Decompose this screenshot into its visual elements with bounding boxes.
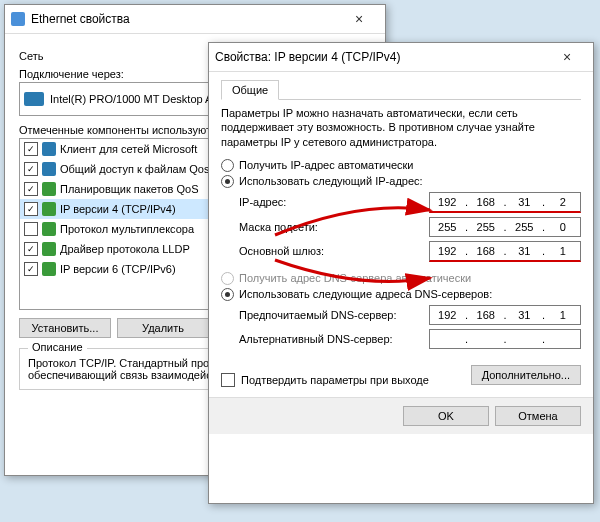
radio-label: Получить адрес DNS-сервера автоматически	[239, 272, 471, 284]
titlebar[interactable]: Ethernet свойства ×	[5, 5, 385, 34]
radio-icon	[221, 272, 234, 285]
titlebar[interactable]: Свойства: IP версии 4 (TCP/IPv4) ×	[209, 43, 593, 72]
component-icon	[42, 222, 56, 236]
radio-icon	[221, 159, 234, 172]
tabs: Общие	[221, 80, 581, 100]
component-label: IP версии 6 (TCP/IPv6)	[60, 263, 176, 275]
description-title: Описание	[28, 341, 87, 353]
close-icon[interactable]: ×	[547, 45, 587, 69]
radio-label: Использовать следующие адреса DNS-сервер…	[239, 288, 492, 300]
window-title: Свойства: IP версии 4 (TCP/IPv4)	[215, 50, 547, 64]
ok-button[interactable]: OK	[403, 406, 489, 426]
intro-text: Параметры IP можно назначать автоматичес…	[221, 106, 581, 149]
advanced-button[interactable]: Дополнительно...	[471, 365, 581, 385]
radio-label: Получить IP-адрес автоматически	[239, 159, 413, 171]
preferred-dns-input[interactable]: 192.168.31.1	[429, 305, 581, 325]
dns1-label: Предпочитаемый DNS-сервер:	[239, 309, 429, 321]
checkbox-icon[interactable]: ✓	[24, 182, 38, 196]
radio-auto-ip[interactable]: Получить IP-адрес автоматически	[221, 159, 581, 172]
alternate-dns-input[interactable]: ...	[429, 329, 581, 349]
component-icon	[42, 262, 56, 276]
cancel-button[interactable]: Отмена	[495, 406, 581, 426]
subnet-mask-input[interactable]: 255.255.255.0	[429, 217, 581, 237]
checkbox-icon[interactable]: ✓	[24, 162, 38, 176]
component-icon	[42, 242, 56, 256]
component-label: IP версии 4 (TCP/IPv4)	[60, 203, 176, 215]
validate-on-exit-checkbox[interactable]: Подтвердить параметры при выходе	[221, 373, 471, 387]
window-title: Ethernet свойства	[31, 12, 339, 26]
component-icon	[42, 142, 56, 156]
radio-label: Использовать следующий IP-адрес:	[239, 175, 423, 187]
mask-label: Маска подсети:	[239, 221, 429, 233]
radio-auto-dns: Получить адрес DNS-сервера автоматически	[221, 272, 581, 285]
ipv4-properties-window: Свойства: IP версии 4 (TCP/IPv4) × Общие…	[208, 42, 594, 504]
network-icon	[11, 12, 25, 26]
gateway-label: Основной шлюз:	[239, 245, 429, 257]
remove-button[interactable]: Удалить	[117, 318, 209, 338]
component-label: Драйвер протокола LLDP	[60, 243, 190, 255]
checkbox-icon[interactable]: ✓	[24, 202, 38, 216]
install-button[interactable]: Установить...	[19, 318, 111, 338]
component-label: Клиент для сетей Microsoft	[60, 143, 197, 155]
radio-icon	[221, 288, 234, 301]
radio-manual-ip[interactable]: Использовать следующий IP-адрес:	[221, 175, 581, 188]
component-icon	[42, 162, 56, 176]
component-label: Протокол мультиплексора	[60, 223, 194, 235]
checkbox-icon[interactable]	[24, 222, 38, 236]
close-icon[interactable]: ×	[339, 7, 379, 31]
checkbox-icon[interactable]: ✓	[24, 142, 38, 156]
component-icon	[42, 202, 56, 216]
checkbox-icon[interactable]: ✓	[24, 262, 38, 276]
component-icon	[42, 182, 56, 196]
radio-icon	[221, 175, 234, 188]
ip-label: IP-адрес:	[239, 196, 429, 208]
checkbox-icon	[221, 373, 235, 387]
tab-general[interactable]: Общие	[221, 80, 279, 100]
component-label: Планировщик пакетов QoS	[60, 183, 199, 195]
adapter-icon	[24, 92, 44, 106]
dns2-label: Альтернативный DNS-сервер:	[239, 333, 429, 345]
gateway-input[interactable]: 192.168.31.1	[429, 241, 581, 262]
component-label: Общий доступ к файлам Qos	[60, 163, 209, 175]
ip-address-input[interactable]: 192.168.31.2	[429, 192, 581, 213]
checkbox-label: Подтвердить параметры при выходе	[241, 374, 429, 386]
radio-manual-dns[interactable]: Использовать следующие адреса DNS-сервер…	[221, 288, 581, 301]
checkbox-icon[interactable]: ✓	[24, 242, 38, 256]
